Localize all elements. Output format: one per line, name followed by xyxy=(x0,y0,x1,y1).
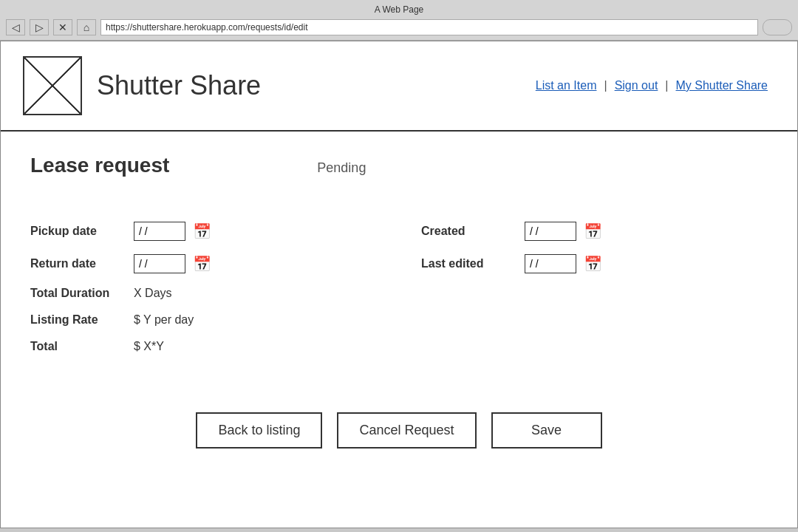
pickup-date-label: Pickup date xyxy=(30,225,126,238)
created-calendar-icon[interactable]: 📅 xyxy=(584,222,602,240)
last-edited-calendar-icon[interactable]: 📅 xyxy=(584,255,602,273)
total-label: Total xyxy=(30,340,126,353)
form-grid: Pickup date 📅 Return date 📅 Total Durati… xyxy=(30,222,768,353)
left-form-section: Pickup date 📅 Return date 📅 Total Durati… xyxy=(30,222,377,353)
title-row: Lease request Pending xyxy=(30,154,768,200)
return-date-input[interactable] xyxy=(134,254,185,273)
listing-rate-row: Listing Rate $ Y per day xyxy=(30,313,377,327)
list-item-link[interactable]: List an Item xyxy=(528,79,604,92)
page-title: Lease request xyxy=(30,154,169,177)
pickup-date-row: Pickup date 📅 xyxy=(30,222,377,241)
return-date-label: Return date xyxy=(30,257,126,270)
close-button[interactable]: ✕ xyxy=(53,19,72,35)
total-value: $ X*Y xyxy=(134,340,164,353)
browser-chrome: A Web Page ◁ ▷ ✕ ⌂ xyxy=(0,0,798,41)
total-row: Total $ X*Y xyxy=(30,340,377,353)
search-button[interactable] xyxy=(763,19,792,35)
site-nav: List an Item | Sign out | My Shutter Sha… xyxy=(528,79,775,92)
site-title: Shutter Share xyxy=(97,70,261,101)
right-form-section: Created 📅 Last edited 📅 xyxy=(421,222,768,353)
created-input[interactable] xyxy=(525,222,576,241)
logo-image xyxy=(23,56,82,115)
my-shutter-share-link[interactable]: My Shutter Share xyxy=(669,79,776,92)
last-edited-input[interactable] xyxy=(525,254,576,273)
created-label: Created xyxy=(421,225,517,238)
status-badge: Pending xyxy=(317,160,366,176)
browser-title: A Web Page xyxy=(6,4,792,15)
total-duration-label: Total Duration xyxy=(30,287,126,300)
browser-controls: ◁ ▷ ✕ ⌂ xyxy=(6,19,792,35)
listing-rate-value: $ Y per day xyxy=(134,313,194,327)
return-calendar-icon[interactable]: 📅 xyxy=(193,255,211,273)
back-to-listing-button[interactable]: Back to listing xyxy=(196,412,322,449)
save-button[interactable]: Save xyxy=(491,412,602,449)
site-header: Shutter Share List an Item | Sign out | … xyxy=(1,41,797,132)
listing-rate-label: Listing Rate xyxy=(30,313,126,327)
last-edited-label: Last edited xyxy=(421,257,517,270)
pickup-date-input[interactable] xyxy=(134,222,185,241)
button-row: Back to listing Cancel Request Save xyxy=(30,412,768,449)
created-row: Created 📅 xyxy=(421,222,768,241)
home-button[interactable]: ⌂ xyxy=(77,19,96,35)
page-wrapper: Shutter Share List an Item | Sign out | … xyxy=(0,41,798,528)
back-button[interactable]: ◁ xyxy=(6,19,25,35)
main-content: Lease request Pending Pickup date 📅 Retu… xyxy=(1,132,797,471)
sign-out-link[interactable]: Sign out xyxy=(607,79,666,92)
last-edited-row: Last edited 📅 xyxy=(421,254,768,273)
forward-button[interactable]: ▷ xyxy=(30,19,49,35)
total-duration-row: Total Duration X Days xyxy=(30,287,377,300)
pickup-calendar-icon[interactable]: 📅 xyxy=(193,222,211,240)
total-duration-value: X Days xyxy=(134,287,172,300)
return-date-row: Return date 📅 xyxy=(30,254,377,273)
cancel-request-button[interactable]: Cancel Request xyxy=(337,412,476,449)
address-bar[interactable] xyxy=(100,19,758,35)
